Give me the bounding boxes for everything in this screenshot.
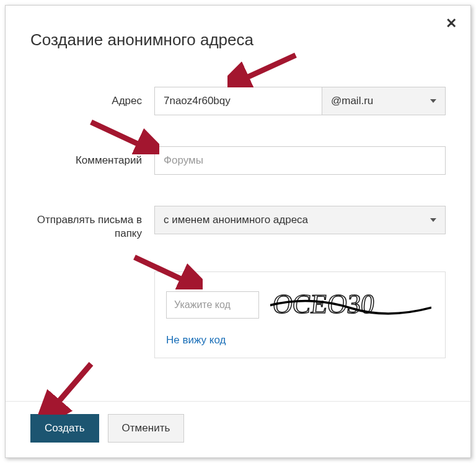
comment-input[interactable]	[154, 146, 446, 175]
modal-title: Создание анонимного адреса	[30, 30, 446, 50]
captcha-text-svg: OCEO30	[271, 289, 376, 319]
folder-select[interactable]: с именем анонимного адреса	[154, 206, 446, 234]
row-address: Адрес @mail.ru	[30, 87, 446, 115]
label-address: Адрес	[30, 87, 154, 108]
create-button[interactable]: Создать	[30, 414, 99, 443]
row-captcha: OCEO30 Не вижу код	[30, 271, 446, 358]
captcha-image: OCEO30	[270, 283, 434, 327]
modal-footer: Создать Отменить	[6, 401, 470, 457]
captcha-input[interactable]	[166, 291, 259, 319]
row-comment: Комментарий	[30, 146, 446, 175]
label-comment: Комментарий	[30, 146, 154, 167]
row-folder: Отправлять письма в папку с именем анони…	[30, 206, 446, 240]
domain-value: @mail.ru	[331, 95, 373, 107]
label-folder: Отправлять письма в папку	[30, 206, 154, 240]
svg-line-1	[91, 122, 147, 148]
modal-create-anonymous-address: ✕ Создание анонимного адреса Адрес @mail…	[5, 5, 471, 458]
label-captcha	[30, 271, 154, 279]
folder-value: с именем анонимного адреса	[164, 214, 308, 226]
svg-line-0	[239, 55, 296, 81]
captcha-resend-link[interactable]: Не вижу код	[166, 334, 434, 346]
domain-select[interactable]: @mail.ru	[322, 87, 446, 115]
address-input[interactable]	[154, 87, 322, 115]
captcha-box: OCEO30 Не вижу код	[154, 271, 446, 358]
annotation-arrow-icon	[227, 50, 302, 87]
close-icon[interactable]: ✕	[446, 17, 457, 30]
chevron-down-icon	[430, 99, 436, 103]
cancel-button[interactable]: Отменить	[108, 414, 185, 443]
chevron-down-icon	[430, 218, 436, 222]
